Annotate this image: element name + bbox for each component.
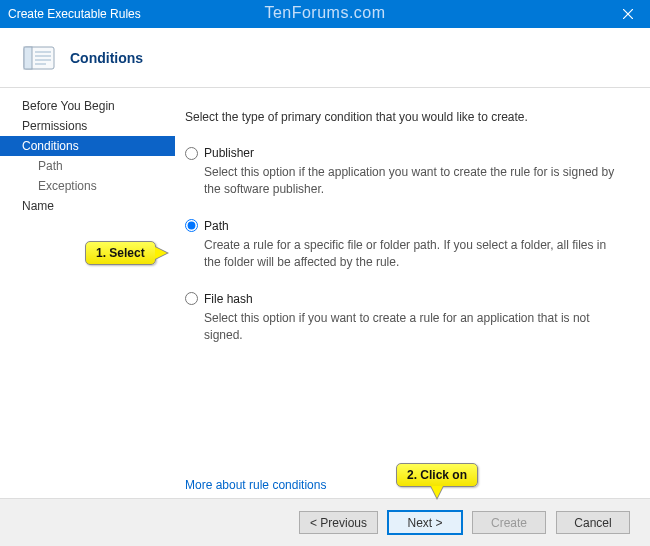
option-publisher-head[interactable]: Publisher (185, 146, 624, 160)
option-path-head[interactable]: Path (185, 219, 624, 233)
annotation-select: 1. Select (85, 241, 156, 265)
previous-button[interactable]: < Previous (299, 511, 378, 534)
close-button[interactable] (605, 0, 650, 28)
option-filehash-desc: Select this option if you want to create… (204, 310, 624, 345)
option-path: Path Create a rule for a specific file o… (185, 219, 624, 272)
title-bar: Create Executable Rules (0, 0, 650, 28)
nav-before-you-begin[interactable]: Before You Begin (0, 96, 175, 116)
option-publisher-desc: Select this option if the application yo… (204, 164, 624, 199)
content-panel: Select the type of primary condition tha… (175, 88, 650, 498)
nav-name[interactable]: Name (0, 196, 175, 216)
nav-sidebar: Before You Begin Permissions Conditions … (0, 88, 175, 498)
svg-rect-3 (24, 47, 32, 69)
option-filehash: File hash Select this option if you want… (185, 292, 624, 345)
radio-publisher[interactable] (185, 147, 198, 160)
close-icon (623, 9, 633, 19)
option-filehash-head[interactable]: File hash (185, 292, 624, 306)
nav-exceptions[interactable]: Exceptions (0, 176, 175, 196)
radio-path[interactable] (185, 219, 198, 232)
cancel-button[interactable]: Cancel (556, 511, 630, 534)
create-button[interactable]: Create (472, 511, 546, 534)
arrow-right-icon (155, 246, 169, 260)
more-link[interactable]: More about rule conditions (185, 478, 326, 492)
page-title: Conditions (70, 50, 143, 66)
window-title: Create Executable Rules (8, 7, 141, 21)
annotation-click: 2. Click on (396, 463, 478, 487)
option-path-desc: Create a rule for a specific file or fol… (204, 237, 624, 272)
nav-conditions[interactable]: Conditions (0, 136, 175, 156)
nav-path[interactable]: Path (0, 156, 175, 176)
nav-permissions[interactable]: Permissions (0, 116, 175, 136)
footer-bar: < Previous Next > Create Cancel (0, 498, 650, 546)
body-area: Before You Begin Permissions Conditions … (0, 88, 650, 498)
option-filehash-label: File hash (204, 292, 253, 306)
option-path-label: Path (204, 219, 229, 233)
arrow-down-icon (430, 486, 444, 500)
header-panel: Conditions (0, 28, 650, 88)
intro-text: Select the type of primary condition tha… (185, 110, 624, 124)
radio-filehash[interactable] (185, 292, 198, 305)
wizard-icon (22, 41, 56, 75)
next-button[interactable]: Next > (388, 511, 462, 534)
option-publisher-label: Publisher (204, 146, 254, 160)
option-publisher: Publisher Select this option if the appl… (185, 146, 624, 199)
